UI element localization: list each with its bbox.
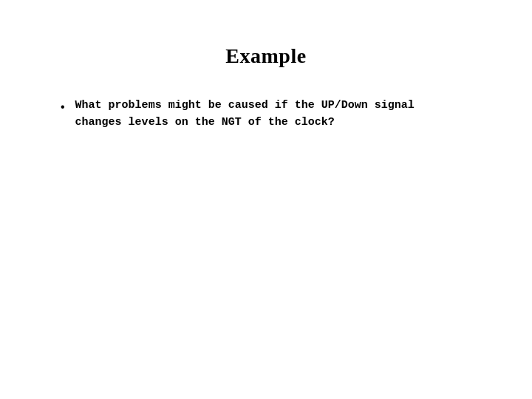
title-area: Example [44, 44, 488, 68]
slide-title: Example [44, 44, 488, 68]
bullet-dot: • [59, 99, 66, 117]
bullet-item: • What problems might be caused if the U… [59, 98, 488, 131]
bullet-text: What problems might be caused if the UP/… [75, 98, 415, 131]
bullet-line-2: changes levels on the NGT of the clock? [75, 116, 335, 129]
content-area: • What problems might be caused if the U… [44, 98, 488, 131]
bullet-line-1: What problems might be caused if the UP/… [75, 99, 415, 112]
slide-container: Example • What problems might be caused … [0, 0, 532, 399]
